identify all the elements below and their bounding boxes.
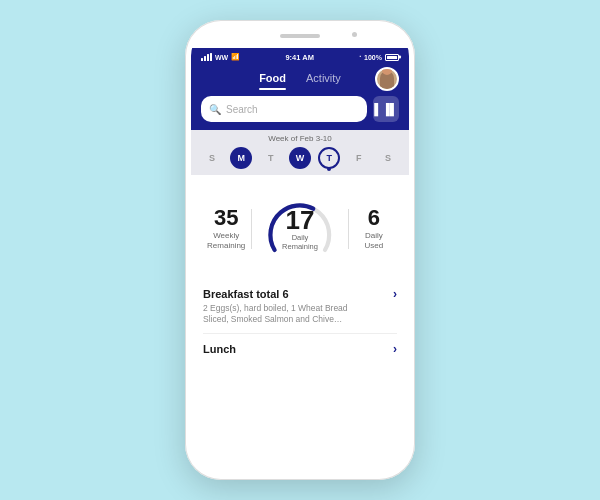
week-label: Week of Feb 3-10 (197, 134, 403, 143)
stat-divider-left (251, 209, 252, 249)
battery-icon (385, 54, 399, 61)
main-content: 35 WeeklyRemaining 17 DailyRemaining (191, 175, 409, 474)
phone-frame: WW 📶 9:41 AM ⋅ 100% Food Activity (185, 20, 415, 480)
signal-bar-1 (201, 58, 203, 61)
daily-remaining-label: DailyRemaining (282, 233, 318, 251)
daily-used-number: 6 (368, 207, 380, 229)
stats-row: 35 WeeklyRemaining 17 DailyRemaining (191, 175, 409, 279)
breakfast-desc: 2 Eggs(s), hard boiled, 1 Wheat BreadSli… (203, 303, 397, 325)
bluetooth-icon: ⋅ (359, 53, 361, 61)
search-area: 🔍 Search ▌▐▌ (191, 91, 409, 130)
status-left: WW 📶 (201, 53, 240, 61)
lunch-section[interactable]: Lunch › (203, 334, 397, 364)
breakfast-header[interactable]: Breakfast total 6 › (203, 287, 397, 301)
lunch-title: Lunch (203, 343, 236, 355)
gauge-center: 17 DailyRemaining (282, 207, 318, 251)
week-strip: Week of Feb 3-10 S M T W T F (191, 130, 409, 175)
barcode-button[interactable]: ▌▐▌ (373, 96, 399, 122)
signal-bar-3 (207, 54, 209, 61)
weekly-remaining-label: WeeklyRemaining (207, 231, 245, 250)
food-log: Breakfast total 6 › 2 Eggs(s), hard boil… (191, 279, 409, 474)
daily-used-stat: 6 DailyUsed (349, 207, 399, 250)
carrier-label: WW (215, 54, 228, 61)
tab-activity[interactable]: Activity (306, 72, 341, 87)
breakfast-section: Breakfast total 6 › 2 Eggs(s), hard boil… (203, 279, 397, 334)
barcode-icon: ▌▐▌ (374, 103, 397, 115)
nav-bar: Food Activity (191, 66, 409, 91)
phone-notch (191, 26, 409, 48)
battery-fill (387, 56, 397, 59)
status-right: ⋅ 100% (359, 53, 399, 61)
search-icon: 🔍 (209, 104, 221, 115)
day-monday[interactable]: M (230, 147, 252, 169)
phone-screen: WW 📶 9:41 AM ⋅ 100% Food Activity (191, 26, 409, 474)
days-row: S M T W T F S (197, 147, 403, 169)
tab-food[interactable]: Food (259, 72, 286, 87)
status-bar: WW 📶 9:41 AM ⋅ 100% (191, 48, 409, 66)
day-tuesday[interactable]: T (260, 147, 282, 169)
front-camera (352, 32, 357, 37)
daily-remaining-number: 17 (286, 207, 315, 233)
tabs-container: Food Activity (259, 72, 341, 87)
breakfast-title: Breakfast total 6 (203, 288, 289, 300)
weekly-remaining-number: 35 (214, 207, 238, 229)
signal-bar-4 (210, 53, 212, 61)
day-friday[interactable]: F (348, 147, 370, 169)
speaker-grill (280, 34, 320, 38)
weekly-remaining-stat: 35 WeeklyRemaining (201, 207, 251, 250)
avatar-head (382, 67, 392, 75)
signal-bar-2 (204, 56, 206, 61)
daily-used-label: DailyUsed (364, 231, 383, 250)
avatar-body (380, 71, 394, 89)
avatar[interactable] (375, 67, 399, 91)
day-wednesday[interactable]: W (289, 147, 311, 169)
day-thursday[interactable]: T (318, 147, 340, 169)
signal-icon (201, 53, 212, 61)
battery-percent: 100% (364, 54, 382, 61)
lunch-chevron: › (393, 342, 397, 356)
day-sunday[interactable]: S (201, 147, 223, 169)
breakfast-chevron: › (393, 287, 397, 301)
wifi-icon: 📶 (231, 53, 240, 61)
day-saturday[interactable]: S (377, 147, 399, 169)
search-placeholder: Search (226, 104, 258, 115)
search-row: 🔍 Search ▌▐▌ (201, 96, 399, 122)
daily-gauge: 17 DailyRemaining (262, 189, 338, 269)
time-display: 9:41 AM (285, 53, 313, 62)
search-box[interactable]: 🔍 Search (201, 96, 367, 122)
